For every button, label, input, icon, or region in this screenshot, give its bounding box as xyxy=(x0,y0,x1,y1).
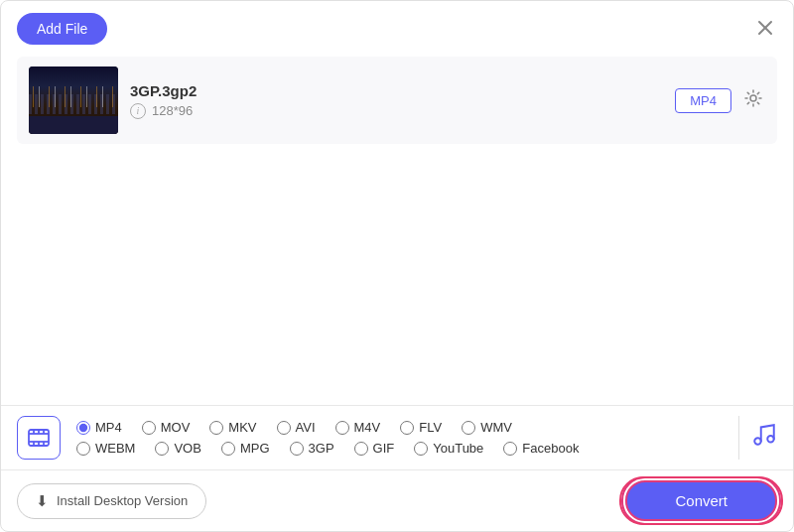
format-webm[interactable]: WEBM xyxy=(76,441,135,456)
close-button[interactable] xyxy=(753,16,777,43)
download-icon: ⬇ xyxy=(36,492,49,510)
file-thumbnail xyxy=(29,66,118,134)
format-bar: MP4 MOV MKV AVI M4V FLV WM xyxy=(1,405,793,469)
add-file-button[interactable]: Add File xyxy=(17,13,107,45)
file-item: 3GP.3gp2 i 128*96 MP4 xyxy=(17,57,777,144)
format-mpg[interactable]: MPG xyxy=(221,441,270,456)
format-gif[interactable]: GIF xyxy=(354,441,395,456)
file-meta: i 128*96 xyxy=(130,103,663,119)
thumbnail-image xyxy=(29,66,118,134)
format-row-2: WEBM VOB MPG 3GP GIF YouTube xyxy=(76,441,727,456)
install-label: Install Desktop Version xyxy=(57,493,188,508)
format-video-icon xyxy=(17,416,61,460)
svg-point-2 xyxy=(750,95,756,101)
format-mov[interactable]: MOV xyxy=(142,420,191,435)
file-info: 3GP.3gp2 i 128*96 xyxy=(130,82,663,119)
format-vob[interactable]: VOB xyxy=(155,441,200,456)
header: Add File xyxy=(1,1,793,57)
format-wmv[interactable]: WMV xyxy=(462,420,512,435)
format-mp4[interactable]: MP4 xyxy=(76,420,122,435)
footer: ⬇ Install Desktop Version Convert xyxy=(1,469,793,531)
convert-button[interactable]: Convert xyxy=(625,480,777,521)
format-badge[interactable]: MP4 xyxy=(675,88,731,113)
format-mkv[interactable]: MKV xyxy=(209,420,256,435)
format-3gp[interactable]: 3GP xyxy=(290,441,334,456)
install-desktop-button[interactable]: ⬇ Install Desktop Version xyxy=(17,483,206,519)
format-flv[interactable]: FLV xyxy=(400,420,442,435)
file-resolution: 128*96 xyxy=(152,103,193,118)
file-actions: MP4 xyxy=(675,86,765,115)
gear-icon xyxy=(743,88,763,108)
film-icon xyxy=(27,426,51,450)
music-note-icon xyxy=(751,422,777,448)
app-window: Add File 3GP.3gp2 i 128*96 xyxy=(0,0,794,532)
format-m4v[interactable]: M4V xyxy=(335,420,381,435)
format-facebook[interactable]: Facebook xyxy=(503,441,579,456)
divider xyxy=(738,416,739,460)
svg-point-12 xyxy=(754,438,761,445)
music-icon xyxy=(751,422,777,454)
format-row-1: MP4 MOV MKV AVI M4V FLV WM xyxy=(76,420,727,435)
convert-wrapper: Convert xyxy=(625,480,777,521)
file-list: 3GP.3gp2 i 128*96 MP4 xyxy=(1,57,793,405)
svg-point-13 xyxy=(767,436,774,443)
file-name: 3GP.3gp2 xyxy=(130,82,663,99)
format-youtube[interactable]: YouTube xyxy=(414,441,483,456)
format-options: MP4 MOV MKV AVI M4V FLV WM xyxy=(76,420,727,456)
close-icon xyxy=(757,20,773,36)
info-icon: i xyxy=(130,103,146,119)
format-avi[interactable]: AVI xyxy=(277,420,316,435)
settings-button[interactable] xyxy=(741,86,765,115)
